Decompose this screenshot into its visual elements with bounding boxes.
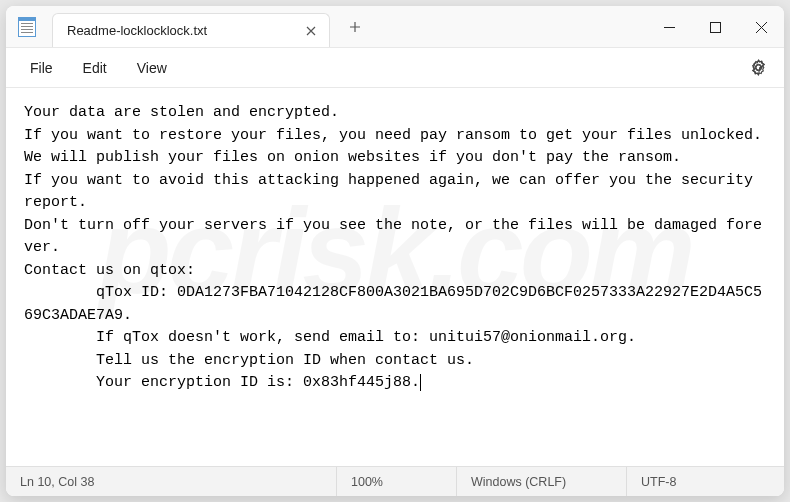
content-line: If you want to restore your files, you n…: [24, 125, 766, 148]
content-line: If qTox doesn't work, send email to: uni…: [24, 327, 766, 350]
maximize-icon: [710, 22, 721, 33]
minimize-icon: [664, 22, 675, 33]
svg-rect-0: [710, 22, 720, 32]
menu-file[interactable]: File: [16, 54, 67, 82]
tab-title: Readme-locklocklock.txt: [67, 23, 207, 38]
statusbar: Ln 10, Col 38 100% Windows (CRLF) UTF-8: [6, 466, 784, 496]
text-cursor: [420, 374, 421, 391]
text-editor-content[interactable]: Your data are stolen and encrypted.If yo…: [6, 88, 784, 466]
close-icon: [756, 22, 767, 33]
status-line-ending: Windows (CRLF): [456, 467, 626, 496]
content-line: We will publish your files on onion webs…: [24, 147, 766, 170]
app-icon: [6, 6, 48, 47]
menubar: File Edit View: [6, 48, 784, 88]
menu-edit[interactable]: Edit: [69, 54, 121, 82]
menu-view[interactable]: View: [123, 54, 181, 82]
new-tab-button[interactable]: [338, 21, 372, 33]
content-line: Your encryption ID is: 0x83hf445j88.: [24, 372, 766, 395]
status-position: Ln 10, Col 38: [6, 467, 336, 496]
tab-active[interactable]: Readme-locklocklock.txt: [52, 13, 330, 47]
window-controls: [646, 6, 784, 47]
minimize-button[interactable]: [646, 6, 692, 48]
gear-icon: [750, 59, 767, 76]
content-line: qTox ID: 0DA1273FBA71042128CF800A3021BA6…: [24, 282, 766, 327]
content-line: Don't turn off your servers if you see t…: [24, 215, 766, 260]
titlebar-drag-area[interactable]: [372, 6, 646, 47]
content-line: Tell us the encryption ID when contact u…: [24, 350, 766, 373]
settings-button[interactable]: [742, 52, 774, 84]
titlebar: Readme-locklocklock.txt: [6, 6, 784, 48]
close-button[interactable]: [738, 6, 784, 48]
status-zoom[interactable]: 100%: [336, 467, 456, 496]
maximize-button[interactable]: [692, 6, 738, 48]
content-line: Your data are stolen and encrypted.: [24, 102, 766, 125]
content-line: Contact us on qtox:: [24, 260, 766, 283]
close-icon: [306, 26, 316, 36]
notepad-icon: [18, 17, 36, 37]
plus-icon: [349, 21, 361, 33]
status-encoding: UTF-8: [626, 467, 784, 496]
tab-close-button[interactable]: [303, 23, 319, 39]
notepad-window: Readme-locklocklock.txt File Edit View: [6, 6, 784, 496]
content-line: If you want to avoid this attacking happ…: [24, 170, 766, 215]
